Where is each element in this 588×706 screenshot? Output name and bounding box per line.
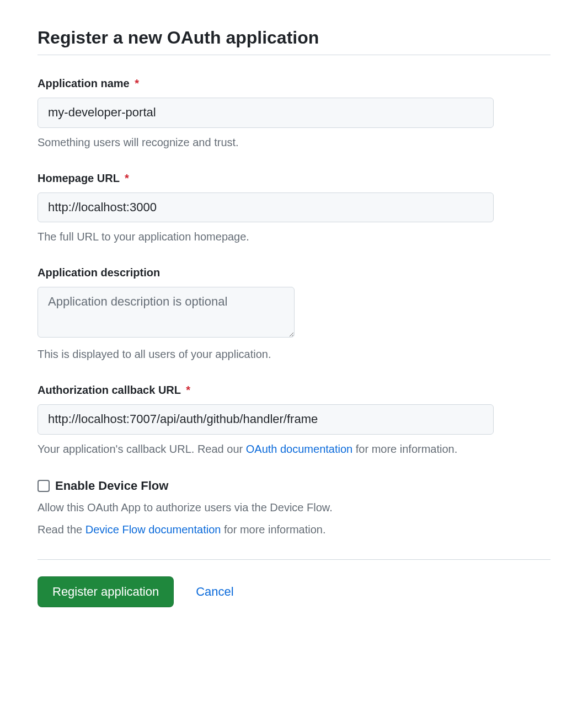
divider (38, 559, 550, 560)
homepage-url-input[interactable] (38, 192, 494, 223)
register-application-button[interactable]: Register application (38, 576, 174, 607)
form-group-device-flow: Enable Device Flow Allow this OAuth App … (38, 479, 550, 537)
device-flow-label: Enable Device Flow (55, 479, 168, 493)
app-name-label: Application name * (38, 77, 550, 90)
form-group-homepage-url: Homepage URL * The full URL to your appl… (38, 172, 550, 245)
form-group-callback-url: Authorization callback URL * Your applic… (38, 384, 550, 457)
callback-url-label: Authorization callback URL * (38, 384, 550, 397)
required-asterisk: * (135, 77, 139, 89)
button-row: Register application Cancel (38, 576, 550, 607)
required-asterisk: * (125, 172, 129, 184)
oauth-documentation-link[interactable]: OAuth documentation (246, 443, 352, 455)
app-description-textarea[interactable] (38, 287, 295, 338)
form-group-app-description: Application description This is displaye… (38, 266, 550, 362)
device-flow-help-2: Read the Device Flow documentation for m… (38, 522, 550, 537)
page-title: Register a new OAuth application (38, 28, 550, 55)
callback-url-help: Your application's callback URL. Read ou… (38, 441, 550, 457)
app-name-help: Something users will recognize and trust… (38, 135, 550, 150)
cancel-button[interactable]: Cancel (196, 585, 233, 599)
homepage-url-help: The full URL to your application homepag… (38, 229, 550, 244)
device-flow-checkbox[interactable] (38, 480, 50, 492)
app-description-help: This is displayed to all users of your a… (38, 346, 550, 362)
required-asterisk: * (186, 384, 190, 396)
app-name-input[interactable] (38, 98, 494, 128)
callback-url-input[interactable] (38, 404, 494, 435)
device-flow-documentation-link[interactable]: Device Flow documentation (85, 523, 221, 536)
homepage-url-label: Homepage URL * (38, 172, 550, 185)
device-flow-help-1: Allow this OAuth App to authorize users … (38, 500, 550, 515)
app-description-label: Application description (38, 266, 550, 279)
form-group-app-name: Application name * Something users will … (38, 77, 550, 150)
